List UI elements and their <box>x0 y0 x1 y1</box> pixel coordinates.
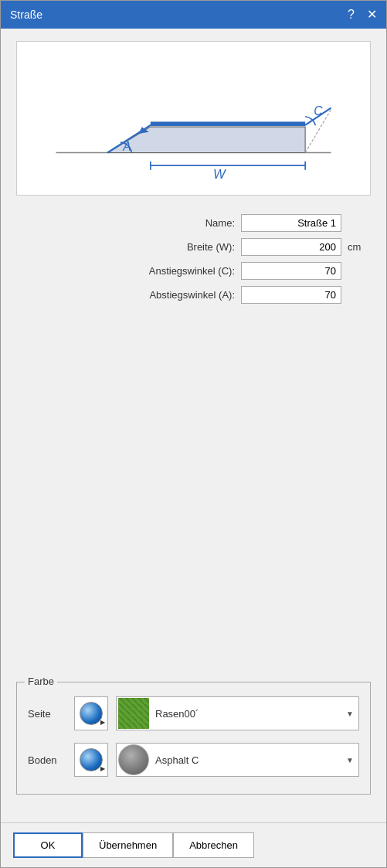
boden-texture-dropdown[interactable]: Asphalt C ▼ <box>116 743 359 777</box>
seite-texture-preview <box>117 696 151 730</box>
ok-button[interactable]: OK <box>13 832 83 858</box>
dialog-body: A C W Name: Br <box>1 29 386 822</box>
grass-texture-icon <box>118 698 149 729</box>
name-label: Name: <box>205 217 235 229</box>
seite-texture-label: Rasen00´ <box>151 708 341 720</box>
close-button[interactable]: ✕ <box>367 9 377 21</box>
form-section: Name: Breite (W): cm Anstiegswinkel (C):… <box>16 214 371 304</box>
road-diagram: A C W <box>25 49 362 187</box>
boden-texture-preview <box>117 743 151 777</box>
boden-label: Boden <box>28 754 66 766</box>
width-row: Breite (W): cm <box>16 238 371 256</box>
asphalt-texture-icon <box>118 744 149 775</box>
farbe-group: Farbe Seite Rasen00´ ▼ Boden <box>16 682 371 795</box>
farbe-legend: Farbe <box>25 676 57 687</box>
svg-marker-1 <box>107 127 305 152</box>
rise-label: Anstiegswinkel (C): <box>149 265 235 277</box>
apply-button[interactable]: Übernehmen <box>83 832 173 858</box>
rise-input[interactable] <box>241 262 341 280</box>
width-input[interactable] <box>241 238 341 256</box>
rise-row: Anstiegswinkel (C): <box>16 262 371 280</box>
boden-texture-label: Asphalt C <box>151 754 341 766</box>
titlebar-controls: ? ✕ <box>348 9 377 21</box>
button-bar: OK Übernehmen Abbrechen <box>1 822 386 867</box>
seite-color-circle <box>80 702 103 725</box>
boden-dropdown-arrow-icon: ▼ <box>341 756 358 764</box>
descent-label: Abstiegswinkel (A): <box>149 289 235 301</box>
descent-row: Abstiegswinkel (A): <box>16 286 371 304</box>
cancel-button[interactable]: Abbrechen <box>173 832 254 858</box>
diagram-container: A C W <box>16 41 371 196</box>
dialog-title: Straße <box>10 9 42 21</box>
svg-text:W: W <box>213 167 227 182</box>
name-row: Name: <box>16 214 371 232</box>
seite-color-picker-button[interactable] <box>74 696 108 730</box>
seite-dropdown-arrow-icon: ▼ <box>341 710 358 718</box>
seite-row: Seite Rasen00´ ▼ <box>28 690 359 737</box>
help-button[interactable]: ? <box>348 9 355 21</box>
descent-input[interactable] <box>241 286 341 304</box>
titlebar: Straße ? ✕ <box>1 1 386 29</box>
seite-texture-dropdown[interactable]: Rasen00´ ▼ <box>116 696 359 730</box>
boden-color-circle <box>80 748 103 771</box>
svg-rect-5 <box>151 121 305 126</box>
dialog-window: Straße ? ✕ <box>0 0 387 868</box>
svg-text:C: C <box>314 104 323 117</box>
width-unit: cm <box>348 241 371 253</box>
boden-color-picker-button[interactable] <box>74 743 108 777</box>
width-label: Breite (W): <box>187 241 235 253</box>
boden-row: Boden Asphalt C ▼ <box>28 737 359 783</box>
name-input[interactable] <box>241 214 341 232</box>
seite-label: Seite <box>28 708 66 720</box>
